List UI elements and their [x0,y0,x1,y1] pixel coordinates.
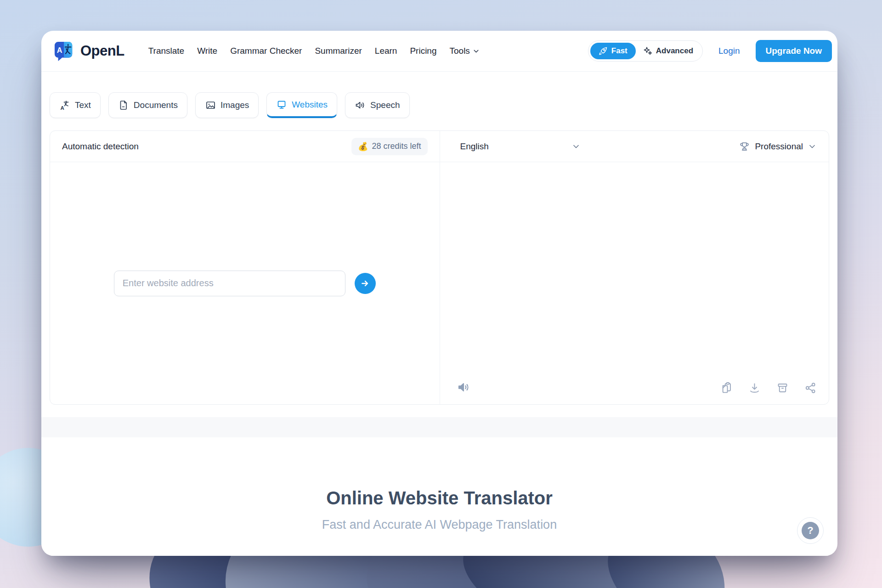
translate-icon: A [59,100,70,111]
tab-documents[interactable]: Documents [108,92,187,118]
nav-item-translate[interactable]: Translate [148,46,185,56]
page-subtitle: Fast and Accurate AI Webpage Translation [50,518,829,532]
tab-label: Websites [292,100,328,110]
translation-style-select[interactable]: Professional [738,141,817,153]
rocket-icon [599,46,608,56]
mode-tabs: A Text Documents [50,92,829,118]
login-button[interactable]: Login [718,46,740,56]
nav-actions: Fast Advanced Login Upgrade Now [588,40,832,62]
tools-label: Tools [450,46,470,56]
tab-text[interactable]: A Text [50,92,101,118]
brand-name: OpenL [80,43,124,59]
tab-label: Speech [370,100,400,110]
sparkles-icon [643,46,652,56]
svg-text:A: A [57,45,62,54]
advanced-label: Advanced [656,46,693,56]
section-divider [41,417,837,437]
speech-icon [355,100,366,111]
top-nav: A OpenL Translate Write Grammar Checker … [41,31,837,72]
svg-text:A: A [61,105,64,111]
nav-item-pricing[interactable]: Pricing [410,46,436,56]
share-icon[interactable] [804,382,817,394]
credits-label: 28 credits left [372,141,421,151]
source-body [50,162,440,404]
nav-item-summarizer[interactable]: Summarizer [315,46,362,56]
fast-mode-button[interactable]: Fast [590,43,636,59]
nav-item-tools[interactable]: Tools [450,46,480,56]
chevron-down-icon [808,142,817,151]
money-bag-icon: 💰 [358,141,368,152]
fast-label: Fast [611,46,628,56]
upgrade-now-button[interactable]: Upgrade Now [756,40,832,62]
tab-label: Documents [134,100,178,110]
translator-panel: Automatic detection 💰 28 credits left En… [50,130,829,405]
translation-style-label: Professional [755,141,803,152]
nav-item-learn[interactable]: Learn [375,46,397,56]
hero-section: Online Website Translator Fast and Accur… [50,437,829,556]
tab-label: Text [75,100,91,110]
tab-label: Images [220,100,249,110]
app-card: A OpenL Translate Write Grammar Checker … [41,31,837,556]
archive-icon[interactable] [776,382,789,394]
tab-images[interactable]: Images [195,92,259,118]
monitor-icon [276,99,287,110]
help-icon: ? [802,522,819,539]
website-url-input[interactable] [114,271,345,296]
advanced-mode-button[interactable]: Advanced [636,43,701,59]
nav-item-write[interactable]: Write [197,46,217,56]
volume-icon[interactable] [457,380,470,394]
target-header: English [440,131,829,162]
main-section: A Text Documents [41,72,837,556]
download-icon[interactable] [748,382,761,394]
copy-icon[interactable] [720,382,733,394]
credits-badge[interactable]: 💰 28 credits left [351,138,428,155]
output-toolbar [720,382,817,394]
chevron-down-icon [472,47,480,55]
nav-menu: Translate Write Grammar Checker Summariz… [148,46,480,56]
chevron-down-icon [571,142,581,151]
trophy-icon [738,141,750,153]
document-icon [118,100,129,111]
tab-websites[interactable]: Websites [266,92,337,118]
target-body [440,162,829,404]
mode-toggle: Fast Advanced [588,40,703,62]
logo-icon: A [53,41,75,62]
source-language-select[interactable]: Automatic detection [62,141,139,152]
nav-item-grammar-checker[interactable]: Grammar Checker [230,46,302,56]
source-header: Automatic detection 💰 28 credits left [50,131,440,162]
page-title: Online Website Translator [50,488,829,509]
help-button[interactable]: ? [797,517,824,544]
image-icon [205,100,216,111]
arrow-right-icon [360,278,370,288]
target-language-select[interactable]: English [460,141,581,152]
brand-logo[interactable]: A OpenL [53,41,124,62]
tab-speech[interactable]: Speech [345,92,409,118]
target-language-label: English [460,141,489,152]
submit-url-button[interactable] [355,273,376,294]
